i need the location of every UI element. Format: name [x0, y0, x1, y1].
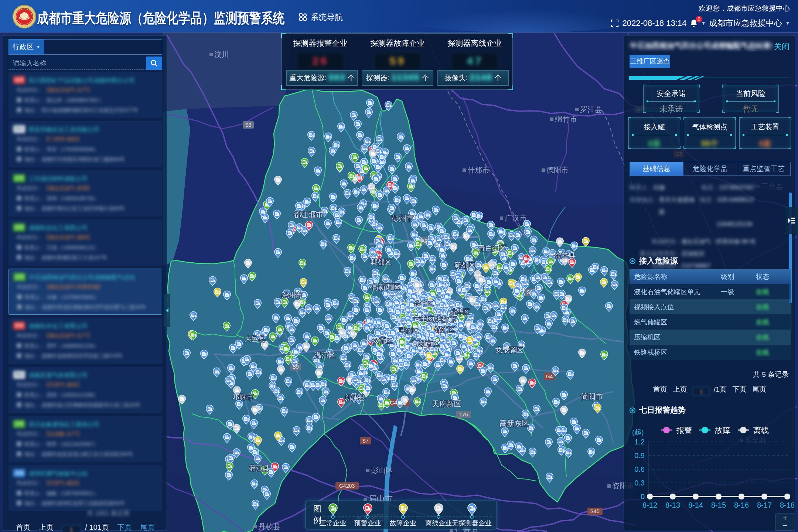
svg-text:汶川: 汶川	[214, 50, 229, 58]
svg-text:高新东区: 高新东区	[499, 419, 529, 427]
svg-text:新津县: 新津县	[345, 394, 366, 402]
svg-text:绵竹市: 绵竹市	[555, 115, 577, 123]
svg-text:1.2: 1.2	[634, 438, 645, 446]
svg-text:8-16: 8-16	[734, 501, 749, 509]
svg-text:8-14: 8-14	[688, 501, 703, 509]
svg-text:双流区: 双流区	[372, 337, 393, 344]
svg-text:天府新区: 天府新区	[432, 400, 461, 408]
svg-text:郫都区: 郫都区	[371, 258, 392, 266]
svg-text:G4203: G4203	[339, 483, 355, 489]
svg-text:金堂县: 金堂县	[555, 252, 576, 259]
svg-text:彭州市: 彭州市	[391, 214, 414, 222]
svg-text:离线: 离线	[753, 426, 769, 434]
svg-text:温江区: 温江区	[315, 351, 336, 359]
svg-text:176: 176	[459, 412, 468, 417]
svg-text:成华区: 成华区	[450, 308, 470, 316]
svg-text:青白江区: 青白江区	[478, 244, 507, 252]
svg-text:大邑县: 大邑县	[245, 335, 266, 343]
svg-text:丹棱县: 丹棱县	[258, 522, 280, 531]
svg-text:罗江县: 罗江县	[580, 105, 602, 113]
svg-text:8-12: 8-12	[642, 501, 657, 509]
svg-text:S40: S40	[590, 508, 600, 514]
svg-text:8-17: 8-17	[757, 501, 772, 509]
svg-text:都江堰市: 都江堰市	[294, 211, 323, 219]
svg-text:8-13: 8-13	[665, 501, 680, 509]
svg-text:锦江区: 锦江区	[434, 326, 455, 333]
svg-text:故障: 故障	[715, 426, 730, 434]
svg-text:广汉市: 广汉市	[505, 214, 527, 222]
svg-text:德阳市: 德阳市	[546, 166, 569, 174]
svg-text:0: 0	[641, 492, 645, 501]
svg-text:高新南区: 高新南区	[412, 340, 440, 347]
svg-text:彭山区: 彭山区	[371, 466, 393, 474]
svg-text:龙泉驿区: 龙泉驿区	[495, 346, 523, 354]
svg-text:报警: 报警	[676, 426, 692, 434]
svg-text:S9: S9	[245, 122, 251, 128]
svg-text:邛崃市: 邛崃市	[233, 393, 254, 401]
svg-text:0.9: 0.9	[634, 451, 645, 460]
svg-text:0.6: 0.6	[634, 465, 645, 473]
svg-text:武侯区: 武侯区	[399, 327, 419, 334]
svg-text:G4: G4	[546, 374, 553, 379]
svg-text:8-18: 8-18	[780, 501, 795, 509]
svg-text:新都区: 新都区	[454, 261, 475, 269]
svg-text:8-15: 8-15	[711, 501, 726, 509]
svg-text:0.3: 0.3	[634, 479, 645, 487]
svg-text:高新西区: 高新西区	[371, 283, 400, 291]
svg-text:蒲江县: 蒲江县	[249, 464, 270, 472]
svg-text:金牛区: 金牛区	[414, 300, 434, 307]
svg-text:应急管理: 应急管理	[20, 7, 29, 10]
svg-text:简阳市: 简阳市	[581, 392, 603, 400]
svg-text:S7: S7	[362, 438, 368, 444]
svg-text:(起): (起)	[632, 428, 644, 436]
svg-text:青羊区: 青羊区	[414, 315, 434, 323]
svg-text:成都市: 成都市	[434, 315, 457, 323]
svg-text:什邡市: 什邡市	[467, 166, 490, 174]
svg-text:崇州市: 崇州市	[282, 291, 303, 299]
